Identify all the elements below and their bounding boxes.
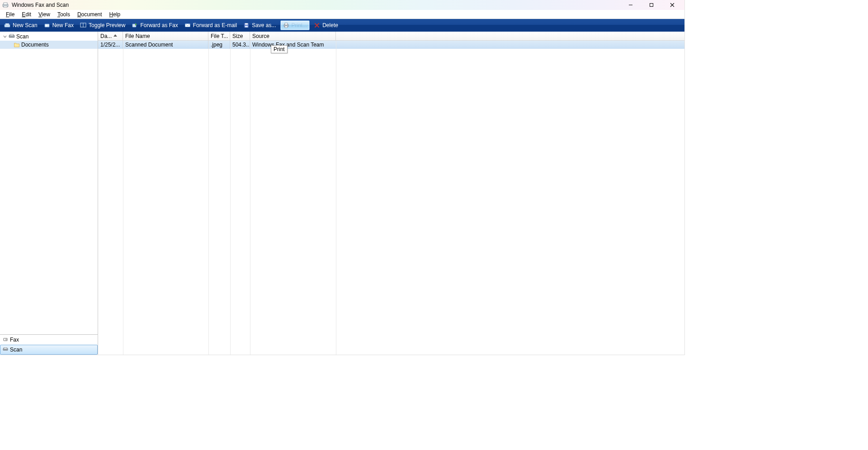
left-navigation: Scan Documents Fax — [0, 32, 98, 355]
list-body[interactable]: 1/25/2... Scanned Document .jpeg 504.3..… — [98, 41, 684, 355]
close-button[interactable] — [662, 0, 683, 10]
minimize-button[interactable] — [620, 0, 641, 10]
cell-source: Windows Fax and Scan Team — [250, 41, 336, 49]
mode-fax-label: Fax — [10, 337, 19, 343]
save-as-button[interactable]: Save as... — [241, 20, 278, 30]
fax-icon — [44, 22, 50, 28]
folder-tree: Scan Documents — [0, 32, 98, 334]
svg-rect-18 — [285, 23, 288, 25]
forward-as-email-button[interactable]: Forward as E-mail — [182, 20, 239, 30]
new-fax-button[interactable]: New Fax — [42, 20, 76, 30]
tree-item-scan[interactable]: Scan — [0, 33, 98, 41]
new-scan-button[interactable]: New Scan — [2, 20, 40, 30]
preview-icon — [80, 22, 86, 28]
menu-document[interactable]: Document — [74, 11, 105, 18]
column-header-file-name-label: File Name — [125, 33, 150, 39]
print-icon — [283, 22, 289, 28]
toggle-preview-label: Toggle Preview — [89, 22, 125, 28]
tree-item-scan-label: Scan — [16, 33, 28, 40]
toolbar: New Scan New Fax Toggle Preview Forward … — [0, 19, 684, 32]
column-header-date[interactable]: Da... — [98, 32, 123, 40]
table-row[interactable]: 1/25/2... Scanned Document .jpeg 504.3..… — [98, 41, 684, 49]
svg-rect-23 — [4, 338, 5, 340]
save-icon — [243, 22, 250, 28]
folder-icon — [14, 42, 20, 48]
email-icon — [184, 22, 191, 28]
desktop-empty-area — [685, 0, 868, 450]
cell-file-type: .jpeg — [208, 41, 230, 49]
save-as-label: Save as... — [252, 22, 276, 28]
svg-rect-25 — [4, 347, 7, 349]
svg-rect-16 — [245, 26, 248, 28]
window-title: Windows Fax and Scan — [12, 2, 69, 8]
column-header-file-name[interactable]: File Name — [123, 32, 208, 40]
column-header-empty — [336, 32, 684, 40]
mode-scan-label: Scan — [10, 347, 22, 353]
svg-rect-7 — [45, 25, 47, 27]
column-guides — [98, 41, 684, 355]
column-header-file-type[interactable]: File T... — [208, 32, 230, 40]
svg-rect-8 — [47, 25, 49, 25]
svg-rect-15 — [245, 23, 248, 25]
mode-switcher: Fax Scan — [0, 334, 98, 355]
app-icon — [2, 1, 9, 9]
menu-edit[interactable]: Edit — [19, 11, 34, 18]
cell-date: 1/25/2... — [98, 41, 123, 49]
delete-icon — [314, 22, 320, 28]
app-window: Windows Fax and Scan File Edit View Tool… — [0, 0, 685, 355]
new-scan-label: New Scan — [13, 22, 38, 28]
scanner-icon — [4, 22, 10, 28]
cell-size: 504.3... — [230, 41, 250, 49]
tree-item-documents-label: Documents — [21, 42, 49, 48]
window-controls — [620, 0, 683, 10]
body-area: Scan Documents Fax — [0, 32, 684, 355]
fax-small-icon — [3, 337, 8, 343]
svg-rect-21 — [10, 34, 14, 36]
column-header-source-label: Source — [252, 33, 269, 39]
list-header: Da... File Name File T... Size Source — [98, 32, 684, 41]
tree-item-documents[interactable]: Documents — [0, 41, 98, 49]
menu-view[interactable]: View — [35, 11, 53, 18]
scanner-small-icon — [9, 33, 15, 41]
toggle-preview-button[interactable]: Toggle Preview — [78, 20, 127, 30]
tooltip-print: Print — [271, 45, 288, 53]
svg-rect-3 — [650, 4, 653, 7]
delete-button[interactable]: Delete — [311, 20, 340, 30]
svg-rect-1 — [4, 3, 7, 5]
forward-as-fax-button[interactable]: Forward as Fax — [129, 20, 180, 30]
column-header-date-label: Da... — [100, 33, 112, 39]
svg-rect-5 — [5, 23, 9, 25]
menu-file[interactable]: File — [3, 11, 18, 18]
cell-file-name: Scanned Document — [123, 41, 208, 49]
new-fax-label: New Fax — [52, 22, 74, 28]
print-label: Print... — [292, 22, 307, 28]
scanner-tiny-icon — [3, 347, 8, 353]
forward-email-label: Forward as E-mail — [193, 22, 237, 28]
column-header-size[interactable]: Size — [230, 32, 250, 40]
column-header-size-label: Size — [232, 33, 243, 39]
delete-label: Delete — [322, 22, 338, 28]
forward-fax-label: Forward as Fax — [140, 22, 178, 28]
column-header-file-type-label: File T... — [211, 33, 228, 39]
svg-rect-2 — [4, 6, 7, 7]
titlebar: Windows Fax and Scan — [0, 0, 684, 10]
print-button[interactable]: Print... — [280, 20, 310, 30]
menu-tools[interactable]: Tools — [54, 11, 73, 18]
chevron-down-icon[interactable] — [3, 33, 7, 40]
svg-rect-19 — [285, 26, 288, 28]
svg-rect-9 — [47, 26, 49, 26]
forward-fax-icon — [132, 22, 138, 28]
maximize-button[interactable] — [641, 0, 662, 10]
mode-fax-button[interactable]: Fax — [0, 335, 98, 345]
mode-scan-button[interactable]: Scan — [0, 345, 98, 355]
column-header-source[interactable]: Source — [250, 32, 336, 40]
list-pane: Da... File Name File T... Size Source — [98, 32, 684, 355]
menubar: File Edit View Tools Document Help — [0, 10, 684, 19]
menu-help[interactable]: Help — [106, 11, 124, 18]
